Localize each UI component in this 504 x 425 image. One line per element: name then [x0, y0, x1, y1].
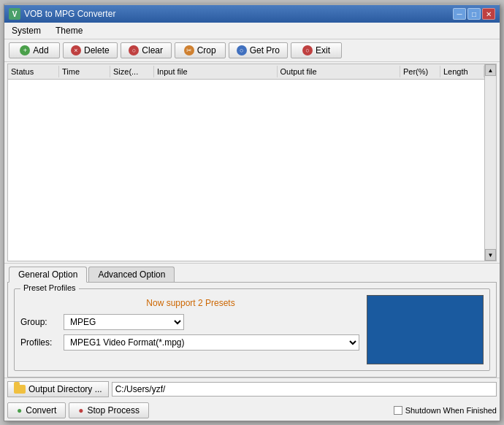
preset-body: Now support 2 Presets Group: MPEGAVIMP4W…	[20, 295, 484, 364]
tab-advanced-option[interactable]: Advanced Option	[88, 267, 175, 282]
file-list-header: Status Time Size(... Input file Output f…	[8, 64, 484, 80]
folder-icon	[14, 385, 26, 394]
getpro-icon: ○	[237, 45, 247, 55]
group-row: Group: MPEGAVIMP4WMV	[20, 314, 361, 330]
preset-preview	[367, 295, 484, 364]
delete-button[interactable]: × Delete	[63, 42, 118, 58]
stop-process-button[interactable]: ● Stop Process	[69, 402, 149, 418]
exit-label: Exit	[316, 45, 330, 55]
minimize-button[interactable]: ─	[453, 8, 466, 20]
add-button[interactable]: + Add	[9, 42, 60, 58]
stop-label: Stop Process	[88, 405, 140, 416]
profile-label: Profiles:	[20, 337, 61, 348]
title-bar: V VOB to MPG Converter ─ □ ✕	[4, 5, 500, 23]
shutdown-checkbox[interactable]	[394, 406, 402, 415]
getpro-button[interactable]: ○ Get Pro	[229, 42, 288, 58]
scroll-up-button[interactable]: ▲	[485, 64, 496, 76]
preset-legend: Preset Profiles	[20, 283, 79, 292]
menu-bar: System Theme	[4, 23, 500, 39]
scroll-track[interactable]	[485, 76, 496, 249]
main-window: V VOB to MPG Converter ─ □ ✕ System Them…	[4, 4, 500, 421]
file-list-area: Status Time Size(... Input file Output f…	[7, 64, 497, 261]
close-button[interactable]: ✕	[482, 8, 495, 20]
crop-label: Crop	[197, 45, 216, 55]
col-header-input: Input file	[154, 66, 278, 77]
file-list-body	[8, 80, 484, 261]
group-label: Group:	[20, 317, 61, 327]
getpro-label: Get Pro	[250, 45, 280, 55]
preset-info: Now support 2 Presets	[20, 295, 361, 308]
col-header-status: Status	[8, 66, 59, 77]
menu-system[interactable]: System	[7, 24, 45, 37]
toolbar: + Add × Delete ○ Clear ✂ Crop ○ Get Pro …	[4, 39, 500, 62]
stop-icon: ●	[78, 405, 83, 416]
delete-icon: ×	[71, 45, 81, 55]
convert-button[interactable]: ● Convert	[7, 402, 66, 418]
clear-button[interactable]: ○ Clear	[121, 42, 172, 58]
crop-button[interactable]: ✂ Crop	[175, 42, 226, 58]
bottom-panel: General Option Advanced Option Preset Pr…	[4, 263, 500, 421]
preset-controls: Now support 2 Presets Group: MPEGAVIMP4W…	[20, 295, 361, 364]
window-title: VOB to MPG Converter	[24, 9, 115, 19]
delete-label: Delete	[84, 45, 110, 55]
preset-profiles-group: Preset Profiles Now support 2 Presets Gr…	[14, 288, 490, 371]
tab-general-option[interactable]: General Option	[9, 267, 87, 283]
convert-label: Convert	[26, 405, 56, 416]
app-icon: V	[9, 8, 20, 20]
add-icon: +	[20, 45, 30, 55]
menu-theme[interactable]: Theme	[51, 24, 87, 37]
col-header-length: Length	[440, 66, 484, 77]
shutdown-row: Shutdown When Finished	[394, 406, 497, 415]
add-label: Add	[33, 45, 48, 55]
scrollbar-vertical[interactable]: ▲ ▼	[484, 64, 496, 261]
title-buttons: ─ □ ✕	[453, 8, 495, 20]
clear-icon: ○	[129, 45, 139, 55]
exit-button[interactable]: ○ Exit	[291, 42, 342, 58]
shutdown-label: Shutdown When Finished	[405, 406, 497, 415]
output-row: Output Directory ...	[4, 378, 500, 400]
clear-label: Clear	[142, 45, 163, 55]
col-header-size: Size(...	[110, 66, 154, 77]
exit-icon: ○	[302, 45, 313, 55]
tabs-row: General Option Advanced Option	[4, 264, 500, 282]
output-path-input[interactable]	[112, 382, 497, 397]
group-select[interactable]: MPEGAVIMP4WMV	[64, 314, 184, 330]
col-header-per: Per(%)	[400, 66, 440, 77]
tab-content: Preset Profiles Now support 2 Presets Gr…	[7, 282, 497, 378]
output-directory-label: Output Directory ...	[28, 384, 102, 394]
profile-row: Profiles: MPEG1 Video Format(*.mpg)MPEG2…	[20, 334, 361, 351]
file-list-scroll-area: Status Time Size(... Input file Output f…	[8, 64, 496, 261]
output-directory-button[interactable]: Output Directory ...	[7, 381, 109, 397]
action-row: ● Convert ● Stop Process Shutdown When F…	[4, 400, 500, 421]
scroll-down-button[interactable]: ▼	[485, 249, 496, 261]
col-header-time: Time	[59, 66, 110, 77]
profile-select[interactable]: MPEG1 Video Format(*.mpg)MPEG2 Video For…	[64, 334, 359, 351]
col-header-output: Output file	[278, 66, 401, 77]
convert-icon: ●	[17, 405, 22, 416]
crop-icon: ✂	[184, 45, 194, 55]
title-bar-left: V VOB to MPG Converter	[9, 8, 115, 20]
maximize-button[interactable]: □	[467, 8, 481, 20]
file-list-container: Status Time Size(... Input file Output f…	[8, 64, 484, 261]
